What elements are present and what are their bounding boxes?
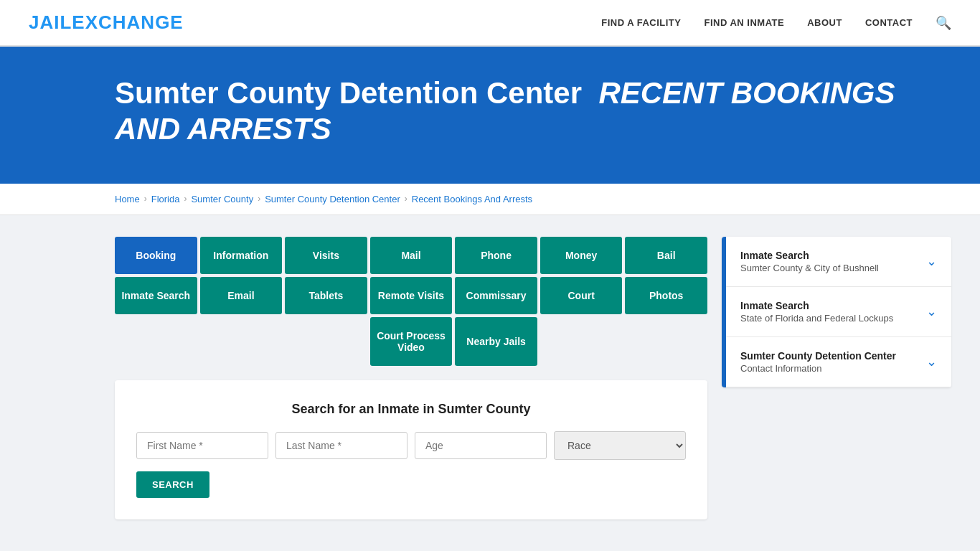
breadcrumb-sep-2: › bbox=[184, 194, 187, 204]
sidebar-item-2-subtitle: State of Florida and Federal Lockups bbox=[740, 313, 893, 324]
logo[interactable]: JAILEXCHANGE bbox=[29, 11, 184, 34]
breadcrumb-bar: Home › Florida › Sumter County › Sumter … bbox=[0, 184, 980, 215]
breadcrumb-facility[interactable]: Sumter County Detention Center bbox=[265, 194, 400, 204]
breadcrumb-sep-1: › bbox=[144, 194, 147, 204]
btn-nearby-jails[interactable]: Nearby Jails bbox=[455, 317, 537, 366]
search-form: RaceWhiteBlackHispanicAsianOther bbox=[136, 431, 686, 460]
logo-exchange: EXCHANGE bbox=[72, 11, 183, 33]
sidebar-item-2-wrapper: Inmate Search State of Florida and Feder… bbox=[722, 287, 951, 337]
last-name-input[interactable] bbox=[275, 432, 407, 459]
main-nav: FIND A FACILITY FIND AN INMATE ABOUT CON… bbox=[601, 15, 951, 31]
sidebar-item-1-title: Inmate Search bbox=[740, 250, 879, 261]
logo-jail: JAIL bbox=[29, 11, 72, 33]
sidebar-item-inmate-search-state[interactable]: Inmate Search State of Florida and Feder… bbox=[726, 287, 951, 337]
left-panel: Booking Information Visits Mail Phone Mo… bbox=[115, 237, 707, 519]
btn-remote-visits[interactable]: Remote Visits bbox=[370, 277, 453, 314]
right-panel: Inmate Search Sumter County & City of Bu… bbox=[722, 237, 951, 519]
btn-court[interactable]: Court bbox=[540, 277, 623, 314]
sidebar-item-3-wrapper: Sumter County Detention Center Contact I… bbox=[722, 337, 951, 387]
sidebar-item-1-subtitle: Sumter County & City of Bushnell bbox=[740, 263, 879, 273]
breadcrumb-current: Recent Bookings And Arrests bbox=[412, 194, 532, 204]
btn-mail[interactable]: Mail bbox=[370, 237, 453, 274]
btn-information[interactable]: Information bbox=[200, 237, 283, 274]
search-title: Search for an Inmate in Sumter County bbox=[136, 402, 686, 417]
nav-about[interactable]: ABOUT bbox=[807, 17, 842, 28]
sidebar-item-1-wrapper: Inmate Search Sumter County & City of Bu… bbox=[722, 237, 951, 287]
sidebar-item-3-subtitle: Contact Information bbox=[740, 363, 896, 374]
btn-empty-3 bbox=[285, 317, 367, 366]
btn-money[interactable]: Money bbox=[540, 237, 623, 274]
main-content: Booking Information Visits Mail Phone Mo… bbox=[0, 215, 980, 541]
nav-contact[interactable]: CONTACT bbox=[865, 17, 913, 28]
btn-tablets[interactable]: Tablets bbox=[285, 277, 367, 314]
btn-court-process-video[interactable]: Court Process Video bbox=[370, 317, 453, 366]
page-title: Sumter County Detention Center RECENT BO… bbox=[115, 75, 951, 148]
btn-photos[interactable]: Photos bbox=[625, 277, 707, 314]
breadcrumb: Home › Florida › Sumter County › Sumter … bbox=[115, 194, 951, 204]
breadcrumb-sep-3: › bbox=[258, 194, 260, 204]
sidebar-item-2-left: Inmate Search State of Florida and Feder… bbox=[740, 300, 893, 324]
sidebar-item-1-left: Inmate Search Sumter County & City of Bu… bbox=[740, 250, 879, 273]
btn-visits[interactable]: Visits bbox=[285, 237, 367, 274]
header: JAILEXCHANGE FIND A FACILITY FIND AN INM… bbox=[0, 0, 980, 47]
race-select[interactable]: RaceWhiteBlackHispanicAsianOther bbox=[554, 431, 686, 460]
chevron-down-icon-3: ⌄ bbox=[926, 354, 937, 369]
first-name-input[interactable] bbox=[136, 432, 268, 459]
hero-section: Sumter County Detention Center RECENT BO… bbox=[0, 47, 980, 184]
sidebar-item-3-title: Sumter County Detention Center bbox=[740, 350, 896, 362]
sidebar-item-3-left: Sumter County Detention Center Contact I… bbox=[740, 350, 896, 374]
btn-bail[interactable]: Bail bbox=[625, 237, 707, 274]
btn-booking[interactable]: Booking bbox=[115, 237, 197, 274]
btn-commissary[interactable]: Commissary bbox=[455, 277, 537, 314]
sidebar-item-3-chevron-wrapper: ⌄ bbox=[926, 354, 937, 369]
sidebar-item-contact-info[interactable]: Sumter County Detention Center Contact I… bbox=[726, 337, 951, 387]
sidebar-item-inmate-search[interactable]: Inmate Search Sumter County & City of Bu… bbox=[726, 237, 951, 287]
search-icon[interactable]: 🔍 bbox=[936, 15, 951, 31]
btn-empty-1 bbox=[115, 317, 197, 366]
btn-email[interactable]: Email bbox=[200, 277, 283, 314]
breadcrumb-home[interactable]: Home bbox=[115, 194, 140, 204]
nav-row-2: Inmate Search Email Tablets Remote Visit… bbox=[115, 277, 707, 314]
search-section: Search for an Inmate in Sumter County Ra… bbox=[115, 380, 707, 519]
btn-inmate-search[interactable]: Inmate Search bbox=[115, 277, 197, 314]
btn-phone[interactable]: Phone bbox=[455, 237, 537, 274]
chevron-down-icon-1: ⌄ bbox=[926, 253, 937, 269]
sidebar-item-2-chevron-wrapper: ⌄ bbox=[926, 303, 937, 319]
btn-empty-5 bbox=[625, 317, 707, 366]
sidebar-item-2-title: Inmate Search bbox=[740, 300, 893, 311]
hero-title-main: Sumter County Detention Center bbox=[115, 76, 582, 110]
btn-empty-2 bbox=[200, 317, 283, 366]
sidebar-item-1-chevron-wrapper: ⌄ bbox=[926, 253, 937, 269]
age-input[interactable] bbox=[415, 432, 547, 459]
breadcrumb-sep-4: › bbox=[405, 194, 407, 204]
breadcrumb-sumter-county[interactable]: Sumter County bbox=[191, 194, 253, 204]
nav-find-facility[interactable]: FIND A FACILITY bbox=[601, 17, 681, 28]
sidebar-card: Inmate Search Sumter County & City of Bu… bbox=[722, 237, 951, 387]
breadcrumb-florida[interactable]: Florida bbox=[151, 194, 180, 204]
search-button[interactable]: SEARCH bbox=[136, 471, 209, 498]
nav-row-3: Court Process Video Nearby Jails bbox=[115, 317, 707, 366]
nav-find-inmate[interactable]: FIND AN INMATE bbox=[704, 17, 784, 28]
chevron-down-icon-2: ⌄ bbox=[926, 303, 937, 319]
btn-empty-4 bbox=[540, 317, 623, 366]
nav-row-1: Booking Information Visits Mail Phone Mo… bbox=[115, 237, 707, 274]
